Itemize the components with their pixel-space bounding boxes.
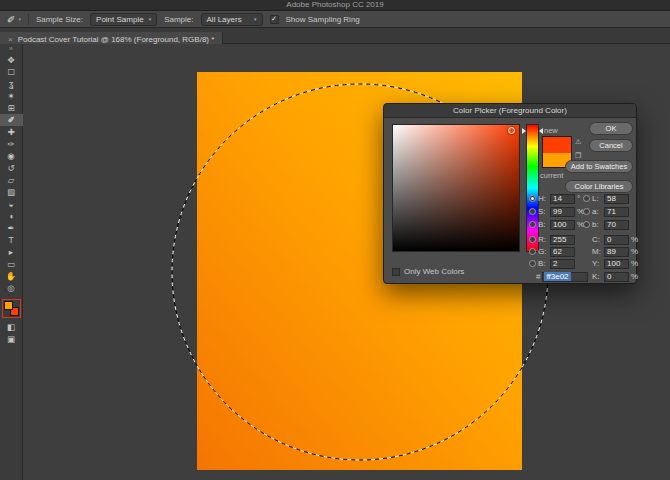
sample-label: Sample: xyxy=(164,15,193,24)
lab-l-field-row: L: 58 xyxy=(583,193,629,204)
spot-healing-brush-tool-icon[interactable]: ✚ xyxy=(0,126,23,138)
lab-l-input[interactable]: 58 xyxy=(604,194,629,204)
lab-a-radio[interactable] xyxy=(583,208,590,215)
document-tab-bar: × Podcast Cover Tutorial @ 168% (Foregro… xyxy=(0,28,670,44)
color-libraries-button[interactable]: Color Libraries xyxy=(565,180,633,193)
cyan-label: C: xyxy=(592,235,602,244)
hue-slider-right-arrow-icon[interactable] xyxy=(539,128,543,134)
hand-tool-icon[interactable]: ✋ xyxy=(0,270,23,282)
chevron-down-icon: ▾ xyxy=(18,16,21,22)
move-tool-icon[interactable]: ✥ xyxy=(0,54,23,66)
lab-b-label: b: xyxy=(592,220,602,229)
yellow-label: Y: xyxy=(592,259,602,268)
toolbar-bottom-icons: ◧▣ xyxy=(0,321,23,345)
red-input[interactable]: 255 xyxy=(550,235,575,245)
quick-selection-tool-icon[interactable]: ✶ xyxy=(0,90,23,102)
lab-b-input[interactable]: 70 xyxy=(604,220,629,230)
saturation-radio[interactable] xyxy=(529,208,536,215)
dodge-tool-icon[interactable]: ◖ xyxy=(0,210,23,222)
toolbar-collapse-icon[interactable]: » xyxy=(9,44,13,54)
only-web-colors-checkbox[interactable] xyxy=(392,268,400,276)
blue-field-row: B: 2 xyxy=(529,258,575,269)
blur-tool-icon[interactable]: ◒ xyxy=(0,198,23,210)
options-separator xyxy=(28,14,29,25)
blue-radio[interactable] xyxy=(529,260,536,267)
tool-list: ✥☐ʓ✶⊞✐✚✑◉↺▱▧◒◖✒T▸▭✋◎ xyxy=(0,54,23,294)
zoom-tool-icon[interactable]: ◎ xyxy=(0,282,23,294)
hex-value-selected: ff3e02 xyxy=(544,272,570,281)
hue-input[interactable]: 14 xyxy=(550,194,575,204)
green-radio[interactable] xyxy=(529,248,536,255)
ok-button[interactable]: OK xyxy=(589,122,633,135)
cyan-unit: % xyxy=(631,235,638,244)
cancel-button[interactable]: Cancel xyxy=(589,139,633,152)
red-label: R: xyxy=(538,235,548,244)
dialog-title: Color Picker (Foreground Color) xyxy=(384,104,636,118)
lab-a-input[interactable]: 71 xyxy=(604,207,629,217)
sample-size-dropdown[interactable]: Point Sample ▾ xyxy=(90,13,157,26)
quick-mask-icon[interactable]: ◧ xyxy=(0,321,23,333)
marquee-tool-icon[interactable]: ☐ xyxy=(0,66,23,78)
green-input[interactable]: 62 xyxy=(550,247,575,257)
checkmark-icon: ✓ xyxy=(271,15,277,23)
clone-stamp-tool-icon[interactable]: ◉ xyxy=(0,150,23,162)
type-tool-icon[interactable]: T xyxy=(0,234,23,246)
brightness-input[interactable]: 100 xyxy=(550,220,575,230)
gradient-tool-icon[interactable]: ▧ xyxy=(0,186,23,198)
pen-tool-icon[interactable]: ✒ xyxy=(0,222,23,234)
color-swatches xyxy=(3,300,20,317)
window-title: Adobe Photoshop CC 2019 xyxy=(286,0,383,9)
options-bar: ✐ ▾ Sample Size: Point Sample ▾ Sample: … xyxy=(0,11,670,28)
only-web-colors-row: Only Web Colors xyxy=(392,267,464,276)
sample-dropdown[interactable]: All Layers ▾ xyxy=(201,13,263,26)
tab-close-icon[interactable]: × xyxy=(8,35,13,44)
shape-tool-icon[interactable]: ▭ xyxy=(0,258,23,270)
photoshop-window: Adobe Photoshop CC 2019 ✐ ▾ Sample Size:… xyxy=(0,0,670,480)
hue-slider[interactable] xyxy=(526,124,539,252)
brush-tool-icon[interactable]: ✑ xyxy=(0,138,23,150)
green-field-row: G: 62 xyxy=(529,246,575,257)
saturation-field-row: S: 99 % xyxy=(529,206,584,217)
show-sampling-ring-checkbox[interactable]: ✓ xyxy=(270,15,279,24)
history-brush-tool-icon[interactable]: ↺ xyxy=(0,162,23,174)
magenta-label: M: xyxy=(592,247,602,256)
hex-input[interactable]: ff3e02 xyxy=(542,272,588,282)
hue-radio[interactable] xyxy=(529,195,536,202)
brightness-radio[interactable] xyxy=(529,221,536,228)
lab-l-radio[interactable] xyxy=(583,195,590,202)
magenta-field-row: M: 89 % xyxy=(592,246,638,257)
blue-label: B: xyxy=(538,259,548,268)
gamut-warning-icon[interactable]: ⚠ xyxy=(575,138,581,146)
saturation-brightness-field[interactable] xyxy=(392,124,520,252)
color-field-marker[interactable] xyxy=(508,127,515,134)
hex-label: # xyxy=(536,272,540,281)
hex-field-row: # ff3e02 xyxy=(536,271,588,282)
cyan-field-row: C: 0 % xyxy=(592,234,638,245)
red-radio[interactable] xyxy=(529,236,536,243)
blue-input[interactable]: 2 xyxy=(550,259,575,269)
saturation-input[interactable]: 99 xyxy=(550,207,575,217)
color-picker-dialog: Color Picker (Foreground Color) new ⚠ ❒ … xyxy=(383,103,637,284)
eyedropper-tool-icon[interactable]: ✐ xyxy=(0,114,23,126)
tools-panel: » ✥☐ʓ✶⊞✐✚✑◉↺▱▧◒◖✒T▸▭✋◎ ◧▣ xyxy=(0,44,23,480)
lab-b-radio[interactable] xyxy=(583,221,590,228)
window-titlebar: Adobe Photoshop CC 2019 xyxy=(0,0,670,11)
screen-mode-icon[interactable]: ▣ xyxy=(0,333,23,345)
chevron-down-icon: ▾ xyxy=(149,16,152,22)
new-color-swatch xyxy=(543,137,571,153)
yellow-input[interactable]: 100 xyxy=(604,259,629,269)
magenta-input[interactable]: 89 xyxy=(604,247,629,257)
eraser-tool-icon[interactable]: ▱ xyxy=(0,174,23,186)
dialog-body: new ⚠ ❒ current OK Cancel Add to Swatche… xyxy=(384,118,636,284)
cyan-input[interactable]: 0 xyxy=(604,235,629,245)
lasso-tool-icon[interactable]: ʓ xyxy=(0,78,23,90)
black-input[interactable]: 0 xyxy=(604,272,629,282)
yellow-field-row: Y: 100 % xyxy=(592,258,638,269)
eyedropper-preset-icon[interactable]: ✐ xyxy=(7,14,15,25)
path-selection-tool-icon[interactable]: ▸ xyxy=(0,246,23,258)
hue-slider-left-arrow-icon[interactable] xyxy=(522,128,526,134)
foreground-color-swatch[interactable] xyxy=(4,301,13,310)
crop-tool-icon[interactable]: ⊞ xyxy=(0,102,23,114)
add-to-swatches-button[interactable]: Add to Swatches xyxy=(565,160,633,173)
web-color-cube-icon[interactable]: ❒ xyxy=(575,152,581,160)
